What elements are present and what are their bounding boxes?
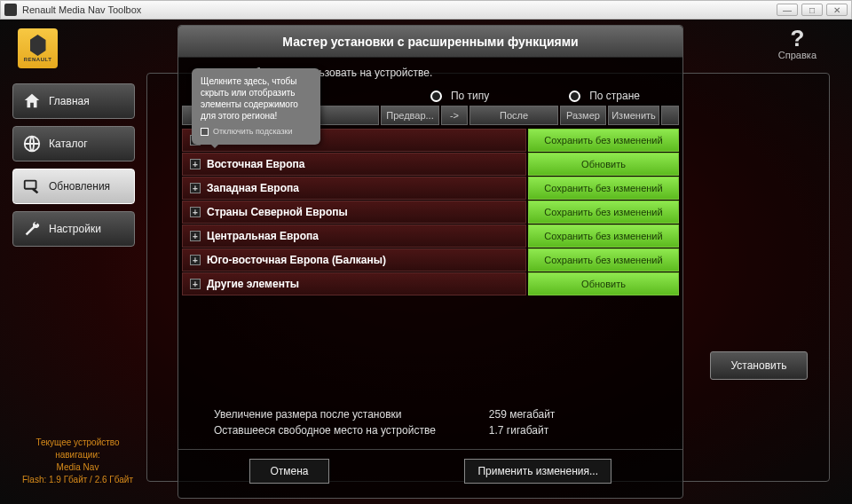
globe-icon xyxy=(22,134,42,154)
modal-footer-buttons: Отмена Применить изменения... xyxy=(178,449,682,498)
col-change[interactable]: Изменить xyxy=(608,106,659,125)
region-row: +Западная ЕвропаСохранить без изменений xyxy=(182,177,679,200)
region-action-button[interactable]: Сохранить без изменений xyxy=(528,248,679,272)
region-row-label[interactable]: +Центральная Европа xyxy=(182,224,526,248)
region-row: +Юго-восточная Европа (Балканы)Сохранить… xyxy=(182,248,679,272)
col-scroll-spacer xyxy=(661,106,679,125)
question-icon: ? xyxy=(778,27,816,50)
region-name: Юго-восточная Европа (Балканы) xyxy=(207,254,386,266)
wrench-icon xyxy=(22,219,42,239)
sidebar: Главная Каталог Обновления Настройки xyxy=(12,83,135,247)
size-increase-value: 259 мегабайт xyxy=(489,408,556,421)
region-name: Другие элементы xyxy=(207,278,299,290)
window-titlebar: Renault Media Nav Toolbox — □ ✕ xyxy=(0,0,852,20)
device-info: Текущее устройство навигации: Media Nav … xyxy=(18,437,138,486)
free-space-label: Оставшееся свободное место на устройстве xyxy=(214,424,436,437)
size-increase-label: Увеличение размера после установки xyxy=(214,408,436,421)
region-row-label[interactable]: +Восточная Европа xyxy=(182,153,526,176)
disable-hints-label: Отключить подсказки xyxy=(213,127,293,138)
expand-icon[interactable]: + xyxy=(190,231,201,241)
nav-updates-label: Обновления xyxy=(49,180,110,193)
region-rows: +Ближний ВостокСохранить без изменений+В… xyxy=(178,127,682,297)
region-row-label[interactable]: +Другие элементы xyxy=(182,272,526,295)
window-title: Renault Media Nav Toolbox xyxy=(22,4,777,15)
renault-logo: RENAULT xyxy=(18,28,58,68)
nav-updates[interactable]: Обновления xyxy=(12,169,135,204)
expand-icon[interactable]: + xyxy=(190,255,201,265)
apply-changes-button[interactable]: Применить изменения... xyxy=(464,459,611,484)
region-row-label[interactable]: +Страны Северной Европы xyxy=(182,201,526,224)
updates-icon xyxy=(22,177,42,196)
expand-icon[interactable]: + xyxy=(190,207,201,217)
hint-tooltip: Щелкните здесь, чтобы скрыть или отобраз… xyxy=(192,68,320,145)
nav-settings[interactable]: Настройки xyxy=(12,211,135,247)
col-before[interactable]: Предвар... xyxy=(381,106,439,125)
renault-logo-label: RENAULT xyxy=(24,57,52,62)
expand-icon[interactable]: + xyxy=(190,279,201,289)
expand-icon[interactable]: + xyxy=(190,183,201,193)
app-root: RENAULT ? Справка Главная Каталог Обновл… xyxy=(0,20,852,504)
close-button[interactable]: ✕ xyxy=(826,4,848,16)
app-icon xyxy=(4,4,17,16)
filter-by-type-label: По типу xyxy=(451,90,489,102)
col-after[interactable]: После xyxy=(469,106,558,125)
region-action-button[interactable]: Обновить xyxy=(528,272,679,295)
disable-hints-checkbox[interactable] xyxy=(201,128,209,136)
region-action-button[interactable]: Сохранить без изменений xyxy=(528,224,679,248)
col-size[interactable]: Размер xyxy=(560,106,606,125)
region-name: Восточная Европа xyxy=(207,158,304,170)
nav-settings-label: Настройки xyxy=(49,223,101,235)
filter-by-country-label: По стране xyxy=(589,90,640,102)
region-action-button[interactable]: Обновить xyxy=(528,153,679,176)
hint-tooltip-text: Щелкните здесь, чтобы скрыть или отобраз… xyxy=(201,75,312,122)
nav-home[interactable]: Главная xyxy=(12,83,135,119)
device-info-line2: Media Nav xyxy=(18,461,138,474)
home-icon xyxy=(22,91,42,111)
region-name: Страны Северной Европы xyxy=(207,206,348,218)
modal-footer-stats: Увеличение размера после установки Остав… xyxy=(178,405,682,449)
region-row-label[interactable]: +Юго-восточная Европа (Балканы) xyxy=(182,248,526,272)
device-info-line3: Flash: 1.9 Гбайт / 2.6 Гбайт xyxy=(18,474,138,486)
cancel-button[interactable]: Отмена xyxy=(249,459,329,484)
region-row: +Другие элементыОбновить xyxy=(182,272,679,295)
svg-rect-1 xyxy=(25,181,36,189)
help-label: Справка xyxy=(778,50,816,60)
nav-catalog-label: Каталог xyxy=(49,138,88,150)
region-name: Западная Европа xyxy=(207,182,299,194)
region-action-button[interactable]: Сохранить без изменений xyxy=(528,129,679,152)
region-row: +Центральная ЕвропаСохранить без изменен… xyxy=(182,224,679,248)
nav-catalog[interactable]: Каталог xyxy=(12,126,135,161)
renault-diamond-icon xyxy=(30,35,46,56)
minimize-button[interactable]: — xyxy=(777,4,798,16)
modal-title: Мастер установки с расширенными функциям… xyxy=(178,26,682,58)
region-row: +Восточная ЕвропаОбновить xyxy=(182,153,679,176)
region-row: +Страны Северной ЕвропыСохранить без изм… xyxy=(182,201,679,224)
region-name: Центральная Европа xyxy=(207,230,319,242)
col-arrow: -> xyxy=(441,106,468,125)
expand-icon[interactable]: + xyxy=(190,159,201,169)
region-action-button[interactable]: Сохранить без изменений xyxy=(528,201,679,224)
region-row-label[interactable]: +Западная Европа xyxy=(182,177,526,200)
install-button[interactable]: Установить xyxy=(710,351,808,380)
region-action-button[interactable]: Сохранить без изменений xyxy=(528,177,679,200)
device-info-line1: Текущее устройство навигации: xyxy=(18,437,138,461)
radio-by-country[interactable] xyxy=(569,91,580,102)
maximize-button[interactable]: □ xyxy=(801,4,823,16)
radio-by-type[interactable] xyxy=(430,91,442,102)
help-button[interactable]: ? Справка xyxy=(778,27,816,60)
nav-home-label: Главная xyxy=(49,95,90,107)
free-space-value: 1.7 гигабайт xyxy=(489,424,556,437)
